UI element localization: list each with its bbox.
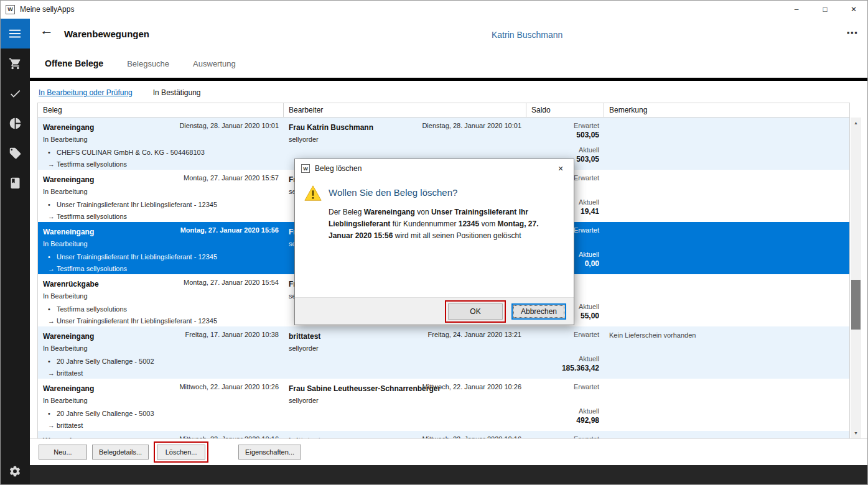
checkmark-icon: [9, 87, 22, 100]
bearbeiter-cell: brittatest Freitag, 24. Januar 2020 13:2…: [284, 326, 526, 379]
beleg-cell: Wareneingang Freitag, 17. Januar 2020 10…: [38, 326, 284, 379]
annotation-box-loeschen: Löschen...: [154, 441, 208, 463]
table-row[interactable]: Wareneingang Mittwoch, 22. Januar 2020 1…: [38, 379, 849, 431]
gear-icon: [9, 465, 21, 478]
doc-line: •Unser Trainingslieferant Ihr Lieblingsl…: [43, 201, 279, 208]
saldo-current-label: Aktuell: [531, 146, 599, 154]
doc-type: Wareneingang: [43, 123, 94, 132]
line-text: Unser Trainingslieferant Ihr Lieblingsli…: [57, 201, 217, 208]
maximize-button[interactable]: □: [811, 0, 839, 19]
doc-date: Freitag, 17. Januar 2020 10:38: [185, 331, 279, 338]
tab-offene-belege[interactable]: Offene Belege: [45, 58, 103, 68]
app-window: { "titlebar": { "logo": "W", "title": "M…: [0, 0, 868, 485]
doc-line: →Testfirma sellysolutions: [43, 265, 279, 272]
table-row[interactable]: Wareneingang Freitag, 17. Januar 2020 10…: [38, 326, 849, 379]
bemerkung-cell: [604, 274, 849, 326]
scroll-up-button[interactable]: ▲: [851, 118, 861, 128]
ok-button[interactable]: OK: [448, 303, 503, 320]
saldo-cell: Erwartet Aktuell 185.363,42: [526, 326, 604, 379]
line-text: Testfirma sellysolutions: [57, 213, 127, 220]
saldo-expected-label: Erwartet: [531, 330, 599, 339]
dialog-heading: Wollen Sie den Beleg löschen?: [329, 187, 562, 198]
shopping-cart-icon: [9, 57, 22, 70]
bemerkung-cell: [604, 222, 849, 274]
saldo-expected-value: [531, 339, 599, 349]
saldo-expected-value: [531, 391, 599, 401]
sidebar-item-statistics[interactable]: [0, 108, 30, 138]
sidebar-item-shop[interactable]: [0, 48, 30, 78]
abbrechen-button[interactable]: Abbrechen: [511, 303, 566, 320]
overflow-menu-button[interactable]: ⋯: [846, 26, 858, 40]
doc-date: Montag, 27. Januar 2020 15:57: [184, 174, 279, 182]
settings-button[interactable]: [0, 460, 30, 483]
line-text: brittatest: [57, 422, 83, 429]
user-name[interactable]: Katrin Buschmann: [492, 30, 562, 40]
sidebar-item-offers[interactable]: [0, 138, 30, 168]
belegdetails-button[interactable]: Belegdetails...: [92, 445, 149, 460]
dialog-footer: OK Abbrechen: [295, 297, 574, 325]
vertical-scrollbar[interactable]: ▲ ▼: [851, 118, 861, 438]
column-header-saldo[interactable]: Saldo: [526, 103, 604, 117]
line-marker-icon: •: [48, 305, 57, 313]
editor-app: sellyorder: [289, 397, 521, 404]
tab-belegsuche[interactable]: Belegsuche: [127, 59, 169, 68]
message-part: Der Beleg: [329, 208, 364, 216]
saldo-cell: Erwartet: [526, 431, 604, 438]
scroll-down-button[interactable]: ▼: [851, 428, 861, 438]
neu-button[interactable]: Neu...: [39, 445, 87, 460]
column-header-bemerkung[interactable]: Bemerkung: [604, 103, 849, 117]
line-text: brittatest: [57, 369, 83, 377]
saldo-expected-label: Erwartet: [531, 121, 599, 130]
subtab-in-bestaetigung[interactable]: In Bestätigung: [153, 88, 201, 97]
editor-name: brittatest: [289, 332, 320, 341]
bemerkung-cell: Kein Lieferschein vorhanden: [604, 326, 849, 379]
line-text: Testfirma sellysolutions: [57, 305, 127, 313]
dialog-content: Wollen Sie den Beleg löschen? Der Beleg …: [329, 184, 562, 242]
doc-line: •CHEFS CULINAR GmbH & Co. KG - 504468103: [43, 149, 279, 156]
column-header-bearbeiter[interactable]: Bearbeiter: [284, 103, 526, 117]
line-marker-icon: →: [48, 422, 57, 429]
saldo-current-label: Aktuell: [531, 407, 599, 415]
subtab-in-bearbeitung-oder-pruefung[interactable]: In Bearbeitung oder Prüfung: [39, 88, 133, 97]
subtab-bar: In Bearbeitung oder Prüfung In Bestätigu…: [39, 88, 201, 97]
close-button[interactable]: ✕: [839, 0, 868, 19]
hamburger-icon: [9, 28, 21, 39]
table-row[interactable]: Wareneingang Mittwoch, 22. Januar 2020 1…: [38, 431, 849, 438]
doc-date: Mittwoch, 22. Januar 2020 10:26: [179, 383, 279, 390]
line-text: Testfirma sellysolutions: [57, 265, 127, 272]
tab-auswertung[interactable]: Auswertung: [193, 59, 236, 68]
beleg-cell: Wareneingang Mittwoch, 22. Januar 2020 1…: [38, 431, 284, 438]
saldo-current-value: 185.363,42: [531, 363, 599, 373]
sidebar-item-goods-movements[interactable]: [0, 78, 30, 108]
doc-line: •20 Jahre Selly Challenge - 5002: [43, 358, 279, 365]
line-marker-icon: →: [48, 369, 57, 377]
line-marker-icon: →: [48, 317, 57, 325]
journal-icon: [9, 177, 22, 190]
scrollbar-thumb[interactable]: [851, 280, 861, 330]
loeschen-button[interactable]: Löschen...: [157, 445, 205, 460]
line-text: Testfirma sellysolutions: [57, 160, 127, 168]
editor-date: Dienstag, 28. Januar 2020 10:01: [422, 122, 521, 129]
line-text: 20 Jahre Selly Challenge - 5002: [57, 358, 154, 365]
minimize-button[interactable]: –: [782, 0, 811, 19]
editor-date: Mittwoch, 22. Januar 2020 10:26: [422, 383, 521, 390]
back-button[interactable]: ←: [40, 22, 54, 39]
editor-name: Frau Sabine Leutheusser-Schnarrenberger: [289, 384, 441, 393]
beleg-cell: Wareneingang Montag, 27. Januar 2020 15:…: [38, 170, 284, 222]
beleg-cell: Wareneingang Dienstag, 28. Januar 2020 1…: [38, 118, 284, 170]
hamburger-menu-button[interactable]: [0, 19, 30, 48]
line-marker-icon: •: [48, 410, 57, 417]
line-marker-icon: →: [48, 265, 57, 272]
window-title: Meine sellyApps: [20, 5, 74, 14]
editor-name: Frau Katrin Buschmann: [289, 123, 373, 132]
doc-status: In Bearbeitung: [43, 292, 279, 300]
footer-strip: [30, 465, 868, 485]
dialog-close-button[interactable]: ✕: [548, 159, 574, 178]
action-button-bar: Neu... Belegdetails... Löschen... Eigens…: [30, 438, 868, 465]
eigenschaften-button[interactable]: Eigenschaften...: [238, 445, 301, 460]
sidebar-item-journal[interactable]: [0, 168, 30, 198]
column-header-beleg[interactable]: Beleg: [38, 103, 284, 117]
line-text: Unser Trainingslieferant Ihr Lieblingsli…: [57, 253, 217, 261]
beleg-cell: Wareneingang Mittwoch, 22. Januar 2020 1…: [38, 379, 284, 431]
app-logo-icon: W: [6, 5, 15, 14]
